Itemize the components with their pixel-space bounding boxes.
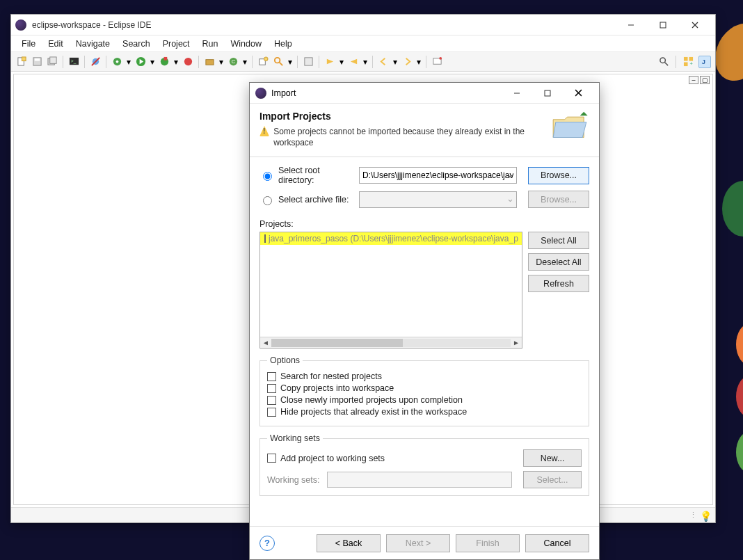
browse-archive-button: Browse... — [528, 191, 589, 208]
back-button[interactable]: < Back — [317, 534, 381, 552]
root-directory-radio-input[interactable] — [263, 172, 272, 181]
menu-window[interactable]: Window — [225, 39, 268, 49]
menu-run[interactable]: Run — [196, 39, 225, 49]
cancel-button[interactable]: Cancel — [525, 534, 589, 552]
option-hide[interactable]: Hide projects that already exist in the … — [267, 407, 582, 417]
root-directory-input[interactable] — [359, 167, 517, 184]
checkbox[interactable] — [267, 372, 276, 381]
terminal-icon[interactable]: >_ — [67, 56, 80, 68]
add-to-working-sets-label[interactable]: Add project to working sets — [280, 454, 385, 463]
menu-search[interactable]: Search — [116, 39, 157, 49]
search-icon[interactable] — [272, 56, 285, 68]
open-perspective-icon[interactable]: + — [682, 56, 694, 68]
forward-icon[interactable] — [401, 56, 413, 68]
menu-help[interactable]: Help — [268, 39, 298, 49]
select-all-button[interactable]: Select All — [528, 232, 589, 249]
prev-annotation-icon[interactable] — [347, 56, 360, 68]
menu-file[interactable]: File — [15, 39, 42, 49]
coverage-icon[interactable] — [158, 56, 170, 68]
dropdown-icon[interactable]: ▾ — [339, 56, 344, 68]
option-label: Close newly imported projects upon compl… — [280, 395, 463, 405]
deselect-all-button[interactable]: Deselect All — [528, 253, 589, 271]
option-copy[interactable]: Copy projects into workspace — [267, 383, 582, 393]
svg-rect-37 — [683, 62, 687, 66]
help-icon[interactable]: ? — [259, 536, 275, 551]
projects-list[interactable]: java_primeros_pasos (D:\Users\jjjimenez\… — [259, 232, 522, 349]
dropdown-icon[interactable]: ▾ — [150, 56, 155, 68]
save-all-icon[interactable] — [46, 56, 58, 68]
bg-decoration — [715, 18, 743, 87]
svg-marker-45 — [553, 122, 586, 138]
dropdown-icon[interactable]: ▾ — [362, 56, 368, 68]
menu-project[interactable]: Project — [157, 39, 196, 49]
archive-file-label: Select archive file: — [278, 195, 349, 205]
maximize-view-icon[interactable]: ▢ — [700, 76, 710, 84]
menubar: File Edit Navigate Search Project Run Wi… — [11, 35, 715, 52]
root-directory-radio[interactable]: Select root directory: — [259, 166, 353, 185]
quick-access-icon[interactable] — [657, 56, 670, 68]
toggle-mark-icon[interactable] — [302, 56, 314, 68]
run-icon[interactable] — [134, 56, 147, 68]
chevron-down-icon[interactable]: ⌄ — [506, 169, 514, 179]
import-dialog: Import Import Projects Some projects can… — [249, 82, 600, 560]
svg-rect-9 — [49, 57, 56, 63]
option-close[interactable]: Close newly imported projects upon compl… — [267, 395, 582, 405]
dropdown-icon[interactable]: ▾ — [416, 56, 422, 68]
dialog-minimize-button[interactable] — [502, 83, 532, 104]
archive-file-radio-input[interactable] — [263, 196, 272, 205]
menu-edit[interactable]: Edit — [42, 39, 70, 49]
svg-point-26 — [274, 58, 280, 63]
dropdown-icon[interactable]: ▾ — [242, 56, 248, 68]
dialog-maximize-button[interactable] — [532, 83, 563, 104]
debug-icon[interactable] — [111, 56, 123, 68]
back-icon[interactable] — [377, 56, 390, 68]
next-button: Next > — [386, 534, 450, 552]
new-working-set-button[interactable]: New... — [523, 449, 582, 467]
dropdown-icon[interactable]: ▾ — [287, 56, 293, 68]
select-working-set-button: Select... — [523, 471, 582, 488]
new-package-icon[interactable] — [203, 56, 216, 68]
working-sets-legend: Working sets — [267, 433, 323, 443]
checkbox[interactable] — [267, 384, 276, 393]
scroll-right-icon[interactable]: ► — [511, 337, 522, 349]
save-icon[interactable] — [31, 56, 43, 68]
new-icon[interactable] — [15, 56, 28, 68]
dropdown-icon[interactable]: ▾ — [218, 56, 224, 68]
new-class-icon[interactable]: C — [227, 56, 239, 68]
open-type-icon[interactable] — [257, 56, 269, 68]
dialog-title: Import — [271, 88, 502, 98]
option-nested[interactable]: Search for nested projects — [267, 371, 582, 381]
dropdown-icon[interactable]: ▾ — [126, 56, 131, 68]
checkbox[interactable] — [267, 454, 276, 463]
browse-root-button[interactable]: Browse... — [528, 167, 589, 184]
close-button[interactable] — [679, 15, 711, 35]
checkbox[interactable] — [267, 408, 276, 417]
checkbox[interactable] — [267, 396, 276, 405]
horizontal-scrollbar[interactable]: ◄ ► — [260, 337, 522, 348]
dialog-close-button[interactable] — [563, 83, 593, 104]
root-directory-label: Select root directory: — [278, 166, 353, 185]
dropdown-icon[interactable]: ▾ — [173, 56, 179, 68]
option-label: Hide projects that already exist in the … — [280, 407, 467, 417]
skip-breakpoints-icon[interactable] — [89, 56, 102, 68]
tip-icon[interactable]: 💡 — [700, 511, 710, 520]
project-item[interactable]: java_primeros_pasos (D:\Users\jjjimenez\… — [260, 232, 522, 245]
svg-line-34 — [664, 62, 668, 65]
working-sets-combo — [327, 472, 512, 488]
projects-label: Projects: — [259, 219, 589, 229]
finish-button: Finish — [456, 534, 520, 552]
dropdown-icon[interactable]: ▾ — [392, 56, 398, 68]
svg-rect-7 — [34, 58, 40, 61]
java-perspective-icon[interactable]: J — [698, 56, 711, 68]
pin-editor-icon[interactable] — [431, 56, 443, 68]
scroll-left-icon[interactable]: ◄ — [260, 337, 271, 349]
run-last-icon[interactable] — [182, 56, 194, 68]
refresh-button[interactable]: Refresh — [528, 275, 589, 292]
maximize-button[interactable] — [647, 15, 679, 35]
minimize-view-icon[interactable]: – — [689, 76, 698, 84]
archive-file-radio[interactable]: Select archive file: — [259, 194, 353, 205]
menu-navigate[interactable]: Navigate — [70, 39, 116, 49]
next-annotation-icon[interactable] — [323, 56, 336, 68]
minimize-button[interactable] — [615, 15, 647, 35]
project-checkbox[interactable] — [264, 234, 266, 243]
